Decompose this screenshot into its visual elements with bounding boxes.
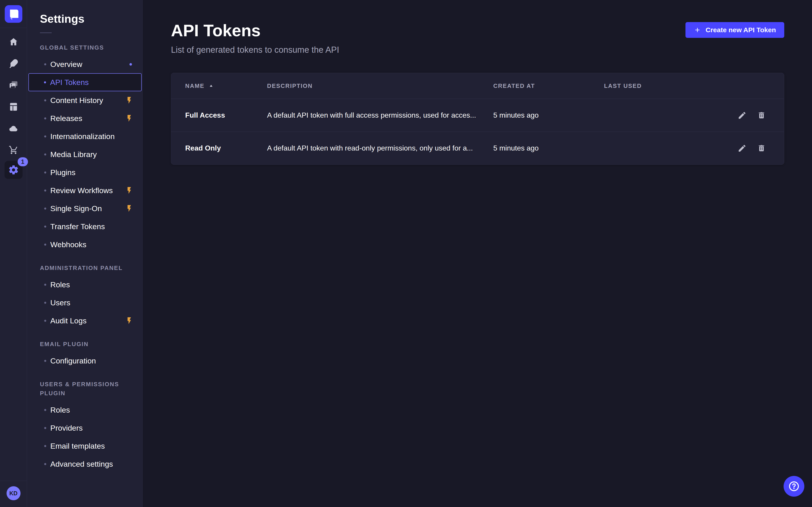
section-users-permissions-plugin: USERS & PERMISSIONS PLUGIN Roles Provide… [27, 380, 142, 473]
lightning-icon [125, 96, 133, 104]
sidebar-item-plugins[interactable]: Plugins [27, 163, 142, 181]
token-name: Full Access [171, 111, 267, 119]
table-row-full-access[interactable]: Full Access A default API token with ful… [171, 99, 784, 131]
sidebar-title-divider [40, 33, 52, 33]
sidebar-item-single-sign-on[interactable]: Single Sign-On [27, 200, 142, 217]
bullet-icon [44, 320, 46, 322]
sidebar-item-content-history[interactable]: Content History [27, 91, 142, 109]
layout-icon[interactable] [8, 101, 19, 112]
column-header-name[interactable]: NAME [171, 82, 267, 90]
token-created-at: 5 minutes ago [493, 111, 604, 119]
page-subtitle: List of generated tokens to consume the … [171, 45, 339, 55]
user-avatar[interactable]: KD [6, 486, 20, 500]
bullet-icon [44, 99, 46, 101]
sidebar-item-overview[interactable]: Overview [27, 55, 142, 73]
sidebar-item-webhooks[interactable]: Webhooks [27, 235, 142, 253]
sidebar-item-email-templates[interactable]: Email templates [27, 437, 142, 455]
media-library-icon[interactable] [8, 80, 19, 91]
column-header-description: DESCRIPTION [267, 82, 493, 90]
section-global-settings: GLOBAL SETTINGS Overview API Tokens Cont… [27, 43, 142, 253]
sort-ascending-icon [208, 83, 214, 89]
table-header-row: NAME DESCRIPTION CREATED AT LAST USED [171, 73, 784, 99]
table-row-read-only[interactable]: Read Only A default API token with read-… [171, 131, 784, 165]
bullet-icon [44, 243, 46, 245]
bullet-icon [44, 171, 46, 173]
main-content: API Tokens List of generated tokens to c… [143, 0, 812, 507]
settings-gear-icon [8, 165, 19, 175]
lightning-icon [125, 114, 133, 122]
bullet-icon [44, 81, 46, 83]
sidebar-title: Settings [40, 13, 142, 25]
sidebar-item-admin-users[interactable]: Users [27, 294, 142, 312]
column-header-created-at: CREATED AT [493, 82, 604, 90]
lightning-icon [125, 317, 133, 325]
bullet-icon [44, 208, 46, 210]
column-header-last-used: LAST USED [604, 82, 725, 90]
plus-icon [694, 26, 701, 34]
bullet-icon [44, 135, 46, 137]
section-email-plugin: EMAIL PLUGIN Configuration [27, 340, 142, 370]
help-button[interactable] [783, 476, 804, 497]
feather-icon[interactable] [8, 58, 19, 69]
bullet-icon [44, 226, 46, 228]
sidebar-item-internationalization[interactable]: Internationalization [27, 127, 142, 145]
sidebar-item-audit-logs[interactable]: Audit Logs [27, 312, 142, 330]
icon-rail: 1 KD [0, 0, 27, 507]
section-label: USERS & PERMISSIONS PLUGIN [40, 380, 142, 398]
rail-bottom-divider [0, 481, 27, 481]
notification-dot-icon [130, 63, 132, 66]
settings-sidebar: Settings GLOBAL SETTINGS Overview API To… [27, 0, 143, 507]
bullet-icon [44, 154, 46, 156]
lightning-icon [125, 186, 133, 194]
cloud-icon[interactable] [8, 123, 19, 134]
sidebar-item-providers[interactable]: Providers [27, 419, 142, 437]
edit-pencil-icon[interactable] [738, 111, 747, 120]
sidebar-item-media-library[interactable]: Media Library [27, 145, 142, 163]
section-administration-panel: ADMINISTRATION PANEL Roles Users Audit L… [27, 264, 142, 330]
section-label: EMAIL PLUGIN [40, 340, 142, 349]
sidebar-item-review-workflows[interactable]: Review Workflows [27, 181, 142, 200]
home-icon[interactable] [8, 37, 19, 47]
sidebar-item-advanced-settings[interactable]: Advanced settings [27, 455, 142, 473]
bullet-icon [44, 63, 46, 65]
section-label: ADMINISTRATION PANEL [40, 264, 142, 272]
question-mark-icon [788, 481, 800, 492]
bullet-icon [44, 284, 46, 286]
api-tokens-table: NAME DESCRIPTION CREATED AT LAST USED Fu… [171, 73, 784, 165]
sidebar-item-releases[interactable]: Releases [27, 109, 142, 127]
bullet-icon [44, 427, 46, 429]
bullet-icon [44, 189, 46, 191]
token-name: Read Only [171, 144, 267, 152]
token-created-at: 5 minutes ago [493, 144, 604, 152]
sidebar-item-api-tokens[interactable]: API Tokens [29, 73, 142, 91]
edit-pencil-icon[interactable] [738, 144, 747, 153]
strapi-logo[interactable] [5, 5, 22, 23]
strapi-logo-icon [5, 5, 22, 23]
sidebar-item-up-roles[interactable]: Roles [27, 401, 142, 419]
bullet-icon [44, 445, 46, 447]
section-label: GLOBAL SETTINGS [40, 43, 142, 52]
token-description: A default API token with read-only permi… [267, 144, 493, 152]
bullet-icon [44, 463, 46, 465]
lightning-icon [125, 205, 133, 213]
bullet-icon [44, 409, 46, 411]
create-new-api-token-button[interactable]: Create new API Token [686, 22, 784, 38]
bullet-icon [44, 360, 46, 362]
settings-notification-badge: 1 [17, 157, 28, 166]
sidebar-item-transfer-tokens[interactable]: Transfer Tokens [27, 217, 142, 235]
token-description: A default API token with full access per… [267, 111, 493, 119]
bullet-icon [44, 117, 46, 119]
settings-gear-button[interactable]: 1 [4, 161, 22, 179]
page-title: API Tokens [171, 21, 339, 40]
marketplace-cart-icon[interactable] [8, 145, 19, 156]
delete-trash-icon[interactable] [757, 111, 766, 120]
sidebar-item-admin-roles[interactable]: Roles [27, 276, 142, 294]
bullet-icon [44, 302, 46, 304]
sidebar-item-email-configuration[interactable]: Configuration [27, 352, 142, 370]
delete-trash-icon[interactable] [757, 144, 766, 153]
